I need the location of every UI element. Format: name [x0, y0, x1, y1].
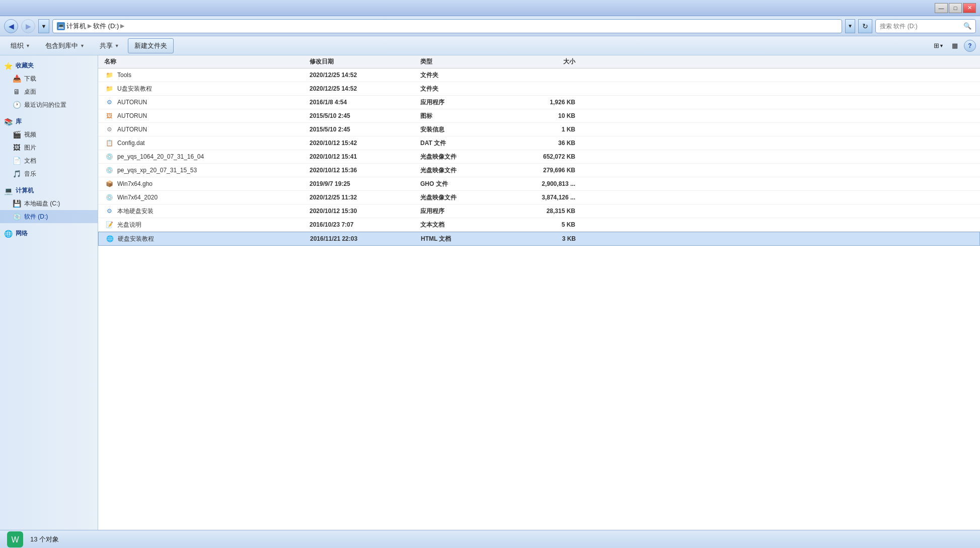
- back-button[interactable]: ◀: [4, 19, 18, 33]
- table-row[interactable]: 📁 Tools 2020/12/25 14:52 文件夹: [98, 68, 980, 82]
- file-name: U盘安装教程: [117, 85, 152, 93]
- file-date: 2016/11/21 22:03: [310, 235, 421, 242]
- close-button[interactable]: ✕: [963, 3, 976, 13]
- view-button[interactable]: ⊞ ▼: [932, 39, 946, 53]
- help-button[interactable]: ?: [964, 40, 976, 52]
- file-name-cell: 📝 光盘说明: [98, 220, 310, 230]
- table-row[interactable]: ⚙ AUTORUN 2016/1/8 4:54 应用程序 1,926 KB: [98, 96, 980, 109]
- recent-locations-button[interactable]: ▼: [38, 19, 49, 33]
- network-header[interactable]: 🌐 网络: [0, 227, 98, 240]
- computer-section: 💻 计算机 💾 本地磁盘 (C:) 💿 软件 (D:): [0, 184, 98, 223]
- file-type: 图标: [420, 112, 511, 120]
- file-type: HTML 文档: [421, 235, 511, 243]
- sidebar-item-downloads[interactable]: 📥 下载: [0, 72, 98, 85]
- file-type: 光盘映像文件: [420, 153, 511, 161]
- file-name: 光盘说明: [117, 221, 141, 229]
- view-icon: ⊞: [934, 42, 939, 49]
- preview-pane-button[interactable]: ▦: [948, 39, 962, 53]
- file-date: 2020/10/12 15:30: [310, 208, 420, 215]
- music-icon: 🎵: [12, 169, 21, 178]
- address-dropdown-button[interactable]: ▼: [845, 19, 855, 33]
- preview-pane-icon: ▦: [952, 42, 958, 49]
- col-header-size[interactable]: 大小: [511, 57, 581, 66]
- refresh-button[interactable]: ↻: [858, 19, 872, 33]
- share-button[interactable]: 共享 ▼: [93, 38, 126, 53]
- favorites-section: ⭐ 收藏夹 📥 下载 🖥 桌面 🕐 最近访问的位置: [0, 59, 98, 111]
- table-row[interactable]: ⚙ 本地硬盘安装 2020/10/12 15:30 应用程序 28,315 KB: [98, 204, 980, 218]
- file-type-icon: 📁: [104, 84, 114, 94]
- main-layout: ⭐ 收藏夹 📥 下载 🖥 桌面 🕐 最近访问的位置 📚 库: [0, 55, 980, 530]
- table-row[interactable]: 💿 pe_yqs_xp_20_07_31_15_53 2020/10/12 15…: [98, 164, 980, 177]
- add-to-library-button[interactable]: 包含到库中 ▼: [39, 38, 91, 53]
- search-box: 🔍: [875, 19, 976, 33]
- file-size: 1,926 KB: [511, 99, 581, 106]
- minimize-button[interactable]: —: [935, 3, 948, 13]
- sidebar-item-document[interactable]: 📄 文档: [0, 154, 98, 167]
- sidebar-item-picture[interactable]: 🖼 图片: [0, 141, 98, 154]
- sidebar: ⭐ 收藏夹 📥 下载 🖥 桌面 🕐 最近访问的位置 📚 库: [0, 55, 98, 530]
- file-size: 28,315 KB: [511, 208, 581, 215]
- maximize-button[interactable]: □: [949, 3, 962, 13]
- file-name-cell: 🖼 AUTORUN: [98, 111, 310, 121]
- file-type-icon: 📋: [104, 138, 114, 148]
- file-name: AUTORUN: [117, 99, 147, 106]
- video-icon: 🎬: [12, 130, 21, 139]
- picture-label: 图片: [24, 144, 36, 152]
- crumb-computer[interactable]: 计算机: [66, 22, 86, 31]
- forward-button[interactable]: ▶: [21, 19, 35, 33]
- file-date: 2020/12/25 14:52: [310, 72, 420, 79]
- file-size: 36 KB: [511, 140, 581, 147]
- col-header-date[interactable]: 修改日期: [310, 57, 420, 66]
- file-size: 3 KB: [511, 235, 582, 242]
- file-type: DAT 文件: [420, 139, 511, 148]
- file-type-icon: 💿: [104, 152, 114, 162]
- table-row[interactable]: 💿 Win7x64_2020 2020/12/25 11:32 光盘映像文件 3…: [98, 191, 980, 204]
- search-input[interactable]: [880, 23, 963, 30]
- file-type: 光盘映像文件: [420, 166, 511, 175]
- file-type: 文件夹: [420, 71, 511, 80]
- table-row[interactable]: 💿 pe_yqs_1064_20_07_31_16_04 2020/10/12 …: [98, 150, 980, 164]
- file-name-cell: 📁 U盘安装教程: [98, 84, 310, 94]
- file-type-icon: 💿: [104, 165, 114, 175]
- file-type: 文件夹: [420, 85, 511, 93]
- address-bar: ◀ ▶ ▼ 💻 计算机 ▶ 软件 (D:) ▶ ▼ ↻ 🔍: [0, 16, 980, 36]
- file-size: 1 KB: [511, 126, 581, 133]
- sidebar-item-desktop[interactable]: 🖥 桌面: [0, 85, 98, 98]
- computer-header[interactable]: 💻 计算机: [0, 184, 98, 197]
- table-row[interactable]: 🖼 AUTORUN 2015/5/10 2:45 图标 10 KB: [98, 109, 980, 123]
- file-name: Win7x64.gho: [117, 180, 153, 187]
- network-icon: 🌐: [4, 230, 13, 238]
- library-header[interactable]: 📚 库: [0, 115, 98, 128]
- file-name-cell: ⚙ AUTORUN: [98, 97, 310, 107]
- sidebar-item-local-d[interactable]: 💿 软件 (D:): [0, 210, 98, 223]
- table-row[interactable]: 📝 光盘说明 2016/10/23 7:07 文本文档 5 KB: [98, 218, 980, 232]
- col-header-type[interactable]: 类型: [420, 57, 511, 66]
- sidebar-item-video[interactable]: 🎬 视频: [0, 128, 98, 141]
- table-row[interactable]: 📋 Config.dat 2020/10/12 15:42 DAT 文件 36 …: [98, 136, 980, 150]
- table-row[interactable]: ⚙ AUTORUN 2015/5/10 2:45 安装信息 1 KB: [98, 123, 980, 136]
- organize-button[interactable]: 组织 ▼: [4, 38, 37, 53]
- table-row[interactable]: 🌐 硬盘安装教程 2016/11/21 22:03 HTML 文档 3 KB: [98, 232, 980, 246]
- file-type: GHO 文件: [420, 180, 511, 188]
- recent-icon: 🕐: [12, 100, 21, 109]
- table-row[interactable]: 📁 U盘安装教程 2020/12/25 14:52 文件夹: [98, 82, 980, 96]
- new-folder-button[interactable]: 新建文件夹: [128, 38, 174, 53]
- favorites-header[interactable]: ⭐ 收藏夹: [0, 59, 98, 72]
- file-type-icon: 📁: [104, 70, 114, 80]
- music-label: 音乐: [24, 170, 36, 178]
- file-date: 2020/12/25 14:52: [310, 85, 420, 92]
- downloads-label: 下载: [24, 75, 36, 83]
- video-label: 视频: [24, 130, 36, 139]
- file-date: 2019/9/7 19:25: [310, 180, 420, 187]
- picture-icon: 🖼: [12, 143, 21, 152]
- file-type-icon: 💿: [104, 192, 114, 202]
- share-arrow: ▼: [115, 43, 119, 48]
- sidebar-item-music[interactable]: 🎵 音乐: [0, 167, 98, 180]
- file-type-icon: 🌐: [105, 234, 115, 244]
- col-header-name[interactable]: 名称: [98, 57, 310, 66]
- crumb-drive[interactable]: 软件 (D:): [93, 22, 119, 31]
- sidebar-item-local-c[interactable]: 💾 本地磁盘 (C:): [0, 197, 98, 210]
- computer-label: 计算机: [16, 186, 34, 195]
- table-row[interactable]: 📦 Win7x64.gho 2019/9/7 19:25 GHO 文件 2,90…: [98, 177, 980, 191]
- sidebar-item-recent[interactable]: 🕐 最近访问的位置: [0, 98, 98, 111]
